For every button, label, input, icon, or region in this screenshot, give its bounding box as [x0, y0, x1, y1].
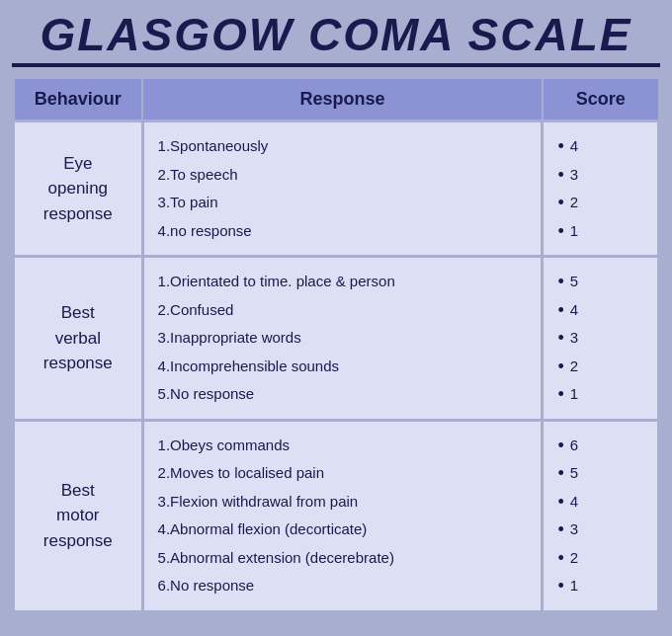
- title-container: GLASGOW COMA SCALE: [12, 12, 660, 67]
- behaviour-cell: Best motor response: [14, 420, 143, 611]
- score-value: 2: [570, 189, 578, 217]
- response-item: 2.Moves to localised pain: [158, 459, 528, 488]
- bullet-icon: •: [557, 577, 563, 595]
- score-item: •2: [557, 544, 643, 573]
- bullet-icon: •: [557, 549, 563, 567]
- response-item: 5.Abnormal extension (decerebrate): [158, 544, 528, 573]
- table-header-row: Behaviour Response Score: [14, 78, 659, 121]
- bullet-icon: •: [557, 358, 563, 375]
- score-item: •3: [557, 161, 643, 190]
- score-item: •4: [557, 296, 643, 325]
- score-item: •3: [557, 324, 643, 353]
- bullet-icon: •: [557, 493, 563, 511]
- bullet-icon: •: [557, 222, 563, 240]
- behaviour-cell: Best verbal response: [14, 257, 143, 421]
- score-cell: •4•3•2•1: [543, 121, 659, 257]
- score-value: 6: [570, 432, 578, 460]
- score-item: •1: [557, 572, 643, 600]
- score-value: 5: [570, 459, 578, 488]
- response-item: 3.Flexion withdrawal from pain: [158, 488, 528, 517]
- header-score: Score: [543, 78, 659, 121]
- score-item: •1: [557, 217, 643, 246]
- score-value: 4: [570, 488, 578, 517]
- score-value: 1: [570, 572, 578, 600]
- response-item: 1.Orientated to time. place & person: [158, 268, 528, 296]
- score-item: •4: [557, 488, 643, 517]
- score-value: 4: [570, 132, 578, 161]
- page-title: GLASGOW COMA SCALE: [12, 12, 660, 67]
- response-item: 5.No response: [158, 380, 528, 409]
- response-cell: 1.Orientated to time. place & person2.Co…: [142, 257, 543, 421]
- gcs-table: Behaviour Response Score Eye opening res…: [12, 77, 660, 613]
- score-item: •2: [557, 189, 643, 217]
- bullet-icon: •: [557, 437, 563, 454]
- score-item: •3: [557, 516, 643, 544]
- score-value: 1: [570, 380, 578, 409]
- score-item: •1: [557, 380, 643, 409]
- header-response: Response: [142, 78, 543, 121]
- bullet-icon: •: [557, 301, 563, 319]
- response-item: 4.no response: [158, 217, 528, 246]
- bullet-icon: •: [557, 385, 563, 403]
- score-value: 2: [570, 353, 578, 381]
- score-item: •2: [557, 353, 643, 381]
- score-cell: •5•4•3•2•1: [543, 257, 659, 421]
- response-item: 4.Abnormal flexion (decorticate): [158, 516, 528, 544]
- score-value: 3: [570, 324, 578, 353]
- score-value: 4: [570, 296, 578, 325]
- score-item: •5: [557, 459, 643, 488]
- bullet-icon: •: [557, 329, 563, 347]
- score-item: •5: [557, 268, 643, 296]
- header-behaviour: Behaviour: [14, 78, 143, 121]
- bullet-icon: •: [557, 166, 563, 184]
- response-cell: 1.Spontaneously2.To speech3.To pain4.no …: [142, 121, 543, 257]
- score-value: 1: [570, 217, 578, 246]
- score-item: •4: [557, 132, 643, 161]
- response-item: 2.To speech: [158, 161, 528, 190]
- score-cell: •6•5•4•3•2•1: [543, 420, 659, 611]
- bullet-icon: •: [557, 194, 563, 211]
- score-value: 5: [570, 268, 578, 296]
- bullet-icon: •: [557, 464, 563, 482]
- score-value: 3: [570, 161, 578, 190]
- bullet-icon: •: [557, 137, 563, 155]
- bullet-icon: •: [557, 273, 563, 290]
- behaviour-cell: Eye opening response: [14, 121, 143, 257]
- response-item: 4.Incomprehensible sounds: [158, 353, 528, 381]
- score-value: 3: [570, 516, 578, 544]
- table-row: Eye opening response1.Spontaneously2.To …: [14, 121, 659, 257]
- bullet-icon: •: [557, 520, 563, 538]
- response-item: 3.Inappropriate words: [158, 324, 528, 353]
- response-item: 6.No response: [158, 572, 528, 600]
- response-item: 1.Spontaneously: [158, 132, 528, 161]
- response-item: 2.Confused: [158, 296, 528, 325]
- table-row: Best motor response1.Obeys commands2.Mov…: [14, 420, 659, 611]
- score-value: 2: [570, 544, 578, 573]
- table-row: Best verbal response1.Orientated to time…: [14, 257, 659, 421]
- response-item: 1.Obeys commands: [158, 432, 528, 460]
- score-item: •6: [557, 432, 643, 460]
- response-cell: 1.Obeys commands2.Moves to localised pai…: [142, 420, 543, 611]
- response-item: 3.To pain: [158, 189, 528, 217]
